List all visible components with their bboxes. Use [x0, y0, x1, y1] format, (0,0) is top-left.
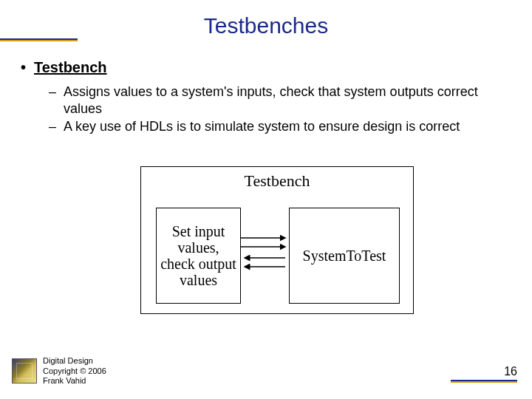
- footer-line: Copyright © 2006: [43, 366, 106, 376]
- driver-box: Set input values, check output values: [156, 208, 241, 304]
- bullet-point: Assigns values to a system's inputs, che…: [21, 83, 508, 117]
- footer-stripe: [451, 380, 517, 383]
- logo-icon: [12, 358, 37, 383]
- testbench-diagram: Testbench Set input values, check output…: [140, 166, 414, 314]
- bullet-heading: Testbench: [21, 59, 508, 76]
- footer-left: Digital Design Copyright © 2006 Frank Va…: [12, 356, 106, 386]
- content-area: Testbench Assigns values to a system's i…: [21, 59, 508, 137]
- footer-credits: Digital Design Copyright © 2006 Frank Va…: [43, 356, 106, 386]
- footer-line: Frank Vahid: [43, 376, 106, 386]
- footer-line: Digital Design: [43, 356, 106, 366]
- title-bar: Testbenches: [0, 13, 532, 43]
- bullet-point: A key use of HDLs is to simulate system …: [21, 118, 508, 135]
- title-stripe: [0, 38, 78, 41]
- dut-box: SystemToTest: [289, 208, 400, 304]
- slide-title: Testbenches: [0, 13, 532, 38]
- footer-right: 16: [451, 365, 517, 383]
- page-number: 16: [451, 365, 517, 378]
- diagram-title: Testbench: [141, 167, 413, 191]
- connection-arrows: [241, 232, 289, 276]
